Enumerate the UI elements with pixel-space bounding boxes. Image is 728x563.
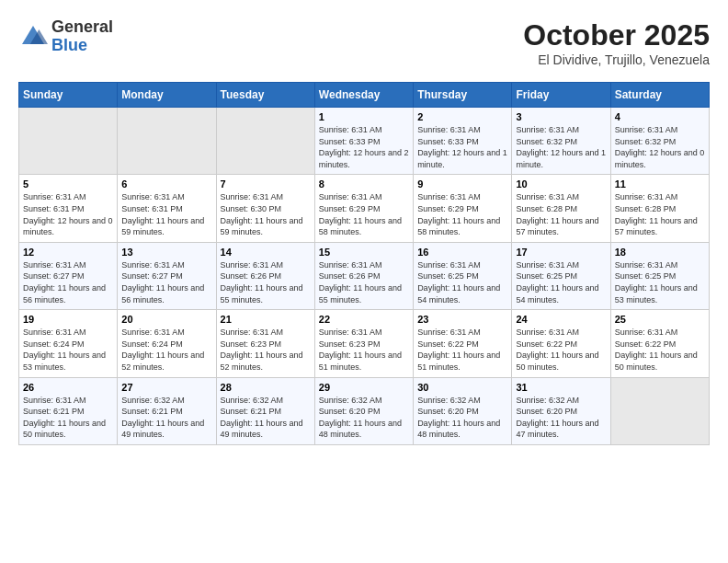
day-info: Sunrise: 6:31 AMSunset: 6:29 PMDaylight:… bbox=[319, 191, 409, 237]
day-number: 31 bbox=[516, 382, 606, 393]
day-info: Sunrise: 6:31 AMSunset: 6:28 PMDaylight:… bbox=[615, 191, 705, 237]
month-title: October 2025 bbox=[523, 18, 710, 52]
day-number: 10 bbox=[516, 178, 606, 190]
day-number: 24 bbox=[516, 314, 606, 325]
day-number: 1 bbox=[319, 111, 409, 122]
day-number: 13 bbox=[121, 247, 211, 258]
day-info: Sunrise: 6:31 AMSunset: 6:26 PMDaylight:… bbox=[319, 259, 409, 305]
day-number: 4 bbox=[615, 111, 705, 122]
day-cell: 8Sunrise: 6:31 AMSunset: 6:29 PMDaylight… bbox=[314, 175, 413, 242]
day-cell: 16Sunrise: 6:31 AMSunset: 6:25 PMDayligh… bbox=[414, 242, 512, 309]
logo: General Blue bbox=[18, 18, 113, 55]
day-cell: 2Sunrise: 6:31 AMSunset: 6:33 PMDaylight… bbox=[414, 108, 512, 175]
day-info: Sunrise: 6:31 AMSunset: 6:22 PMDaylight:… bbox=[417, 327, 507, 373]
day-cell: 27Sunrise: 6:32 AMSunset: 6:21 PMDayligh… bbox=[118, 377, 216, 444]
day-number: 22 bbox=[319, 314, 409, 325]
day-cell: 28Sunrise: 6:32 AMSunset: 6:21 PMDayligh… bbox=[216, 377, 314, 444]
day-info: Sunrise: 6:32 AMSunset: 6:21 PMDaylight:… bbox=[121, 395, 211, 441]
day-cell: 19Sunrise: 6:31 AMSunset: 6:24 PMDayligh… bbox=[19, 310, 118, 377]
day-info: Sunrise: 6:31 AMSunset: 6:26 PMDaylight:… bbox=[221, 259, 311, 305]
day-number: 20 bbox=[121, 314, 211, 325]
day-info: Sunrise: 6:31 AMSunset: 6:22 PMDaylight:… bbox=[516, 327, 606, 373]
day-info: Sunrise: 6:32 AMSunset: 6:20 PMDaylight:… bbox=[516, 395, 606, 441]
day-number: 2 bbox=[417, 111, 507, 122]
location: El Dividive, Trujillo, Venezuela bbox=[523, 52, 710, 67]
day-cell bbox=[216, 108, 314, 175]
day-cell: 26Sunrise: 6:31 AMSunset: 6:21 PMDayligh… bbox=[19, 377, 118, 444]
day-info: Sunrise: 6:31 AMSunset: 6:23 PMDaylight:… bbox=[319, 327, 409, 373]
day-cell: 9Sunrise: 6:31 AMSunset: 6:29 PMDaylight… bbox=[414, 175, 512, 242]
day-number: 19 bbox=[23, 314, 113, 325]
day-number: 17 bbox=[516, 247, 606, 258]
day-info: Sunrise: 6:31 AMSunset: 6:27 PMDaylight:… bbox=[23, 259, 113, 305]
day-info: Sunrise: 6:31 AMSunset: 6:25 PMDaylight:… bbox=[417, 259, 507, 305]
day-info: Sunrise: 6:31 AMSunset: 6:22 PMDaylight:… bbox=[615, 327, 705, 373]
week-row-2: 5Sunrise: 6:31 AMSunset: 6:31 PMDaylight… bbox=[19, 175, 710, 242]
day-info: Sunrise: 6:31 AMSunset: 6:24 PMDaylight:… bbox=[121, 327, 211, 373]
day-cell: 14Sunrise: 6:31 AMSunset: 6:26 PMDayligh… bbox=[216, 242, 314, 309]
header-cell-tuesday: Tuesday bbox=[216, 83, 314, 108]
day-number: 25 bbox=[615, 314, 705, 325]
day-cell: 30Sunrise: 6:32 AMSunset: 6:20 PMDayligh… bbox=[414, 377, 512, 444]
day-number: 3 bbox=[516, 111, 606, 122]
day-info: Sunrise: 6:31 AMSunset: 6:28 PMDaylight:… bbox=[516, 191, 606, 237]
day-cell: 24Sunrise: 6:31 AMSunset: 6:22 PMDayligh… bbox=[512, 310, 610, 377]
day-cell: 6Sunrise: 6:31 AMSunset: 6:31 PMDaylight… bbox=[118, 175, 216, 242]
day-cell: 11Sunrise: 6:31 AMSunset: 6:28 PMDayligh… bbox=[610, 175, 709, 242]
day-cell bbox=[118, 108, 216, 175]
day-number: 21 bbox=[221, 314, 311, 325]
day-number: 12 bbox=[23, 247, 113, 258]
logo-icon bbox=[18, 22, 48, 52]
day-cell bbox=[610, 377, 709, 444]
header-cell-friday: Friday bbox=[512, 83, 610, 108]
header-cell-sunday: Sunday bbox=[19, 83, 118, 108]
day-info: Sunrise: 6:31 AMSunset: 6:33 PMDaylight:… bbox=[417, 124, 507, 170]
day-cell: 7Sunrise: 6:31 AMSunset: 6:30 PMDaylight… bbox=[216, 175, 314, 242]
day-info: Sunrise: 6:32 AMSunset: 6:20 PMDaylight:… bbox=[417, 395, 507, 441]
day-number: 26 bbox=[23, 382, 113, 393]
day-cell: 10Sunrise: 6:31 AMSunset: 6:28 PMDayligh… bbox=[512, 175, 610, 242]
day-info: Sunrise: 6:31 AMSunset: 6:25 PMDaylight:… bbox=[516, 259, 606, 305]
header-cell-wednesday: Wednesday bbox=[314, 83, 413, 108]
day-number: 14 bbox=[221, 247, 311, 258]
day-info: Sunrise: 6:31 AMSunset: 6:25 PMDaylight:… bbox=[615, 259, 705, 305]
day-info: Sunrise: 6:31 AMSunset: 6:24 PMDaylight:… bbox=[23, 327, 113, 373]
day-info: Sunrise: 6:31 AMSunset: 6:21 PMDaylight:… bbox=[23, 395, 113, 441]
day-number: 11 bbox=[615, 178, 705, 190]
day-cell: 23Sunrise: 6:31 AMSunset: 6:22 PMDayligh… bbox=[414, 310, 512, 377]
day-cell: 31Sunrise: 6:32 AMSunset: 6:20 PMDayligh… bbox=[512, 377, 610, 444]
day-number: 9 bbox=[417, 178, 507, 190]
day-info: Sunrise: 6:32 AMSunset: 6:20 PMDaylight:… bbox=[319, 395, 409, 441]
day-number: 15 bbox=[319, 247, 409, 258]
day-number: 5 bbox=[23, 178, 113, 190]
logo-blue: Blue bbox=[51, 37, 113, 55]
logo-general: General bbox=[51, 18, 113, 37]
day-info: Sunrise: 6:32 AMSunset: 6:21 PMDaylight:… bbox=[221, 395, 311, 441]
day-info: Sunrise: 6:31 AMSunset: 6:32 PMDaylight:… bbox=[615, 124, 705, 170]
day-cell: 20Sunrise: 6:31 AMSunset: 6:24 PMDayligh… bbox=[118, 310, 216, 377]
calendar-body: 1Sunrise: 6:31 AMSunset: 6:33 PMDaylight… bbox=[19, 108, 710, 445]
week-row-1: 1Sunrise: 6:31 AMSunset: 6:33 PMDaylight… bbox=[19, 108, 710, 175]
week-row-4: 19Sunrise: 6:31 AMSunset: 6:24 PMDayligh… bbox=[19, 310, 710, 377]
day-cell: 29Sunrise: 6:32 AMSunset: 6:20 PMDayligh… bbox=[314, 377, 413, 444]
day-number: 30 bbox=[417, 382, 507, 393]
day-cell: 21Sunrise: 6:31 AMSunset: 6:23 PMDayligh… bbox=[216, 310, 314, 377]
day-cell: 1Sunrise: 6:31 AMSunset: 6:33 PMDaylight… bbox=[314, 108, 413, 175]
week-row-5: 26Sunrise: 6:31 AMSunset: 6:21 PMDayligh… bbox=[19, 377, 710, 444]
day-cell: 15Sunrise: 6:31 AMSunset: 6:26 PMDayligh… bbox=[314, 242, 413, 309]
day-number: 7 bbox=[221, 178, 311, 190]
day-number: 23 bbox=[417, 314, 507, 325]
day-cell: 12Sunrise: 6:31 AMSunset: 6:27 PMDayligh… bbox=[19, 242, 118, 309]
day-info: Sunrise: 6:31 AMSunset: 6:27 PMDaylight:… bbox=[121, 259, 211, 305]
week-row-3: 12Sunrise: 6:31 AMSunset: 6:27 PMDayligh… bbox=[19, 242, 710, 309]
day-number: 18 bbox=[615, 247, 705, 258]
day-info: Sunrise: 6:31 AMSunset: 6:31 PMDaylight:… bbox=[121, 191, 211, 237]
day-cell: 13Sunrise: 6:31 AMSunset: 6:27 PMDayligh… bbox=[118, 242, 216, 309]
day-cell: 25Sunrise: 6:31 AMSunset: 6:22 PMDayligh… bbox=[610, 310, 709, 377]
day-number: 6 bbox=[121, 178, 211, 190]
title-block: October 2025 El Dividive, Trujillo, Vene… bbox=[523, 18, 710, 67]
day-cell: 22Sunrise: 6:31 AMSunset: 6:23 PMDayligh… bbox=[314, 310, 413, 377]
day-info: Sunrise: 6:31 AMSunset: 6:29 PMDaylight:… bbox=[417, 191, 507, 237]
day-cell: 17Sunrise: 6:31 AMSunset: 6:25 PMDayligh… bbox=[512, 242, 610, 309]
day-cell: 5Sunrise: 6:31 AMSunset: 6:31 PMDaylight… bbox=[19, 175, 118, 242]
